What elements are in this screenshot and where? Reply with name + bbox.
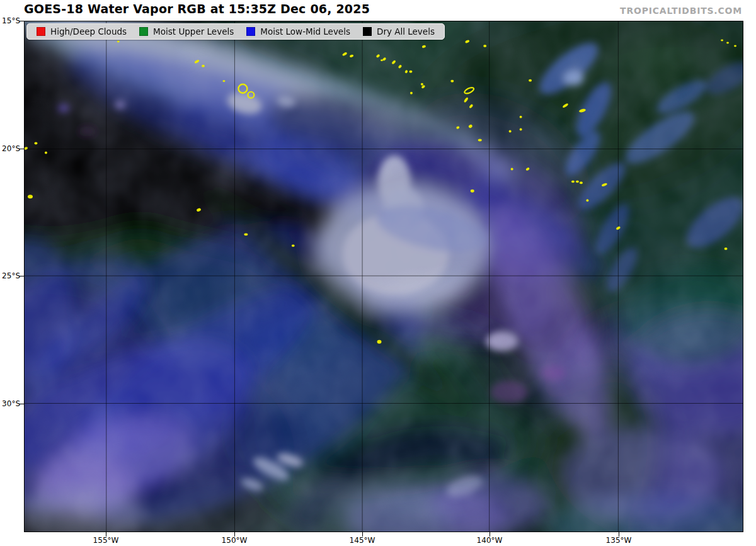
- lat-label-20s: 20°S: [0, 144, 20, 153]
- legend-swatch-green: [139, 27, 148, 36]
- legend-swatch-blue: [246, 27, 255, 36]
- map-area: High/Deep Clouds Moist Upper Levels Mois…: [24, 21, 743, 532]
- lon-label-155w: 155°W: [87, 536, 125, 545]
- legend-item-moist-upper: Moist Upper Levels: [139, 26, 234, 37]
- satellite-image: [25, 21, 743, 532]
- lon-label-145w: 145°W: [343, 536, 381, 545]
- lat-tick: [20, 404, 24, 404]
- lat-label-30s: 30°S: [0, 399, 20, 408]
- lat-tick: [20, 276, 24, 276]
- legend-swatch-red: [37, 27, 45, 36]
- legend-swatch-black: [363, 27, 372, 36]
- lon-label-140w: 140°W: [471, 536, 508, 545]
- satellite-viewer: GOES-18 Water Vapor RGB at 15:35Z Dec 06…: [0, 0, 756, 546]
- lat-tick: [20, 149, 24, 149]
- site-watermark: TROPICALTIDBITS.COM: [620, 6, 742, 16]
- legend-item-dry-all-levels: Dry All Levels: [363, 26, 435, 37]
- legend: High/Deep Clouds Moist Upper Levels Mois…: [26, 23, 445, 40]
- lat-label-25s: 25°S: [0, 271, 20, 280]
- lat-tick: [20, 21, 24, 21]
- legend-item-moist-lowmid: Moist Low-Mid Levels: [246, 26, 350, 37]
- lon-tick: [234, 532, 235, 537]
- legend-label: Moist Upper Levels: [153, 26, 234, 37]
- lon-tick: [490, 532, 490, 537]
- lon-label-150w: 150°W: [215, 536, 253, 545]
- legend-item-high-deep-clouds: High/Deep Clouds: [37, 26, 127, 37]
- lat-label-15s: 15°S: [0, 16, 20, 25]
- lon-label-135w: 135°W: [600, 536, 638, 545]
- image-title: GOES-18 Water Vapor RGB at 15:35Z Dec 06…: [24, 2, 370, 16]
- dark-mottle-texture: [25, 21, 743, 532]
- lon-tick: [106, 532, 106, 537]
- legend-label: High/Deep Clouds: [50, 26, 127, 37]
- legend-label: Moist Low-Mid Levels: [260, 26, 350, 37]
- legend-label: Dry All Levels: [377, 26, 435, 37]
- lon-tick: [362, 532, 363, 537]
- lon-tick: [619, 532, 619, 537]
